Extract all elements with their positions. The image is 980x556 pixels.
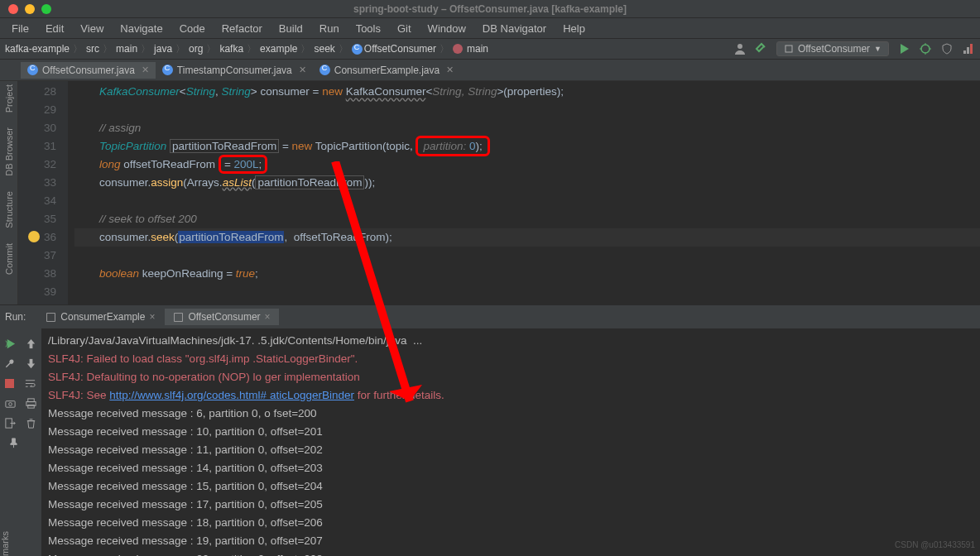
menu-git[interactable]: Git xyxy=(391,21,418,36)
menu-code[interactable]: Code xyxy=(173,21,212,36)
console-output[interactable]: /Library/Java/JavaVirtualMachines/jdk-17… xyxy=(41,328,980,556)
code-line[interactable]: consumer.seek(partitionToReadFrom, offse… xyxy=(74,228,980,247)
profiler-icon[interactable] xyxy=(962,42,975,55)
menu-db-navigator[interactable]: DB Navigator xyxy=(476,21,553,36)
breadcrumb-item[interactable]: example xyxy=(260,43,297,55)
coverage-icon[interactable] xyxy=(940,42,954,55)
watermark: CSDN @u013433591 xyxy=(895,540,975,549)
wrench-icon[interactable] xyxy=(4,357,17,370)
code-line[interactable]: // seek to offset 200 xyxy=(74,210,980,228)
code-line[interactable] xyxy=(74,101,980,119)
breadcrumb[interactable]: kafka-example〉src〉main〉java〉org〉kafka〉ex… xyxy=(5,42,488,56)
run-tab-consumerexample[interactable]: ConsumerExample × xyxy=(37,309,163,325)
close-icon[interactable]: × xyxy=(265,311,271,323)
menu-window[interactable]: Window xyxy=(421,21,473,36)
console-line: SLF4J: Failed to load class "org.slf4j.i… xyxy=(48,350,973,368)
maximize-window-icon[interactable] xyxy=(41,4,51,14)
menu-help[interactable]: Help xyxy=(556,21,592,36)
svg-rect-9 xyxy=(30,358,33,364)
line-number[interactable]: 35 xyxy=(18,210,56,228)
line-number[interactable]: 33 xyxy=(18,174,56,192)
tool-commit[interactable]: Commit xyxy=(4,243,14,275)
hammer-icon[interactable] xyxy=(755,42,768,55)
wrap-icon[interactable] xyxy=(24,377,36,390)
code-line[interactable]: TopicPartition partitionToReadFrom = new… xyxy=(74,137,980,156)
code-line[interactable]: KafkaConsumer<String, String> consumer =… xyxy=(74,83,980,101)
editor-tabs: OffsetConsumer.java✕TimestampConsumer.ja… xyxy=(0,60,980,81)
code-line[interactable]: consumer.assign(Arrays.asList(partitionT… xyxy=(74,174,980,192)
svg-rect-7 xyxy=(175,313,183,321)
menu-refactor[interactable]: Refactor xyxy=(215,21,269,36)
user-icon[interactable] xyxy=(733,42,747,55)
code-line[interactable] xyxy=(74,283,980,301)
pin-icon[interactable] xyxy=(7,437,20,449)
tool-db-browser[interactable]: DB Browser xyxy=(4,127,14,176)
console-line: Message received message : 10, partition… xyxy=(48,423,973,441)
breadcrumb-item[interactable]: java xyxy=(154,43,172,55)
run-config-selector[interactable]: OffsetConsumer ▼ xyxy=(776,41,889,56)
tool-project[interactable]: Project xyxy=(4,84,14,113)
menu-navigate[interactable]: Navigate xyxy=(113,21,169,36)
menu-edit[interactable]: Edit xyxy=(39,21,70,36)
breadcrumb-item[interactable]: src xyxy=(86,43,99,55)
line-number[interactable]: 28 xyxy=(18,83,56,101)
line-number[interactable]: 31 xyxy=(18,137,56,156)
run-label: Run: xyxy=(5,311,26,323)
close-icon[interactable]: ✕ xyxy=(446,65,454,75)
tab-consumerexample-java[interactable]: ConsumerExample.java✕ xyxy=(313,62,460,79)
rerun-icon[interactable] xyxy=(4,338,17,350)
menu-view[interactable]: View xyxy=(74,21,110,36)
svg-rect-1 xyxy=(785,46,792,52)
console-link[interactable]: http://www.slf4j.org/codes.html# aticLog… xyxy=(109,389,354,401)
exit-icon[interactable] xyxy=(4,417,17,429)
lightbulb-icon[interactable] xyxy=(28,231,40,242)
tool-structure[interactable]: Structure xyxy=(4,191,14,228)
code-line[interactable]: long offsetToReadFrom = 200L; xyxy=(74,156,980,174)
code-line[interactable] xyxy=(74,192,980,210)
breadcrumb-item[interactable]: kafka-example xyxy=(5,43,70,55)
menu-tools[interactable]: Tools xyxy=(349,21,387,36)
run-config-label: OffsetConsumer xyxy=(798,43,870,55)
tab-offsetconsumer-java[interactable]: OffsetConsumer.java✕ xyxy=(21,62,156,79)
stop-icon[interactable] xyxy=(5,379,14,388)
line-number[interactable]: 29 xyxy=(18,101,56,119)
bookmarks-tool[interactable]: marks xyxy=(0,531,10,556)
breadcrumb-item[interactable]: main xyxy=(467,43,488,55)
close-window-icon[interactable] xyxy=(8,4,18,14)
line-number[interactable]: 32 xyxy=(18,156,56,174)
trash-icon[interactable] xyxy=(25,417,37,429)
print-icon[interactable] xyxy=(25,397,37,410)
menu-build[interactable]: Build xyxy=(272,21,310,36)
line-number[interactable]: 39 xyxy=(18,283,56,301)
line-number[interactable]: 30 xyxy=(18,119,56,137)
code-line[interactable] xyxy=(74,247,980,265)
close-icon[interactable]: ✕ xyxy=(142,65,149,75)
minimize-window-icon[interactable] xyxy=(25,4,35,14)
line-number[interactable]: 37 xyxy=(18,247,56,265)
code-area[interactable]: KafkaConsumer<String, String> consumer =… xyxy=(68,81,980,304)
down-icon[interactable] xyxy=(25,357,37,370)
debug-icon[interactable] xyxy=(919,42,932,55)
code-editor[interactable]: 282930313233343536373839 KafkaConsumer<S… xyxy=(18,81,980,304)
breadcrumb-item[interactable]: seek xyxy=(314,43,334,55)
line-number[interactable]: 34 xyxy=(18,192,56,210)
run-tab-offsetconsumer[interactable]: OffsetConsumer × xyxy=(165,309,278,325)
breadcrumb-item[interactable]: org xyxy=(189,43,203,55)
line-number[interactable]: 38 xyxy=(18,265,56,283)
breadcrumb-item[interactable]: kafka xyxy=(219,43,243,55)
up-icon[interactable] xyxy=(25,338,37,350)
breadcrumb-item[interactable]: main xyxy=(116,43,137,55)
breadcrumb-sep: 〉 xyxy=(440,42,449,56)
run-icon[interactable] xyxy=(897,42,910,55)
menu-file[interactable]: File xyxy=(5,21,36,36)
code-line[interactable]: // assign xyxy=(74,119,980,137)
close-icon[interactable]: × xyxy=(149,311,155,323)
breadcrumb-item[interactable]: OffsetConsumer xyxy=(364,43,436,55)
camera-icon[interactable] xyxy=(4,397,17,410)
tab-timestampconsumer-java[interactable]: TimestampConsumer.java✕ xyxy=(156,62,313,79)
close-icon[interactable]: ✕ xyxy=(299,65,306,75)
code-line[interactable]: boolean keepOnReading = true; xyxy=(74,265,980,283)
java-file-icon xyxy=(162,65,173,75)
menu-run[interactable]: Run xyxy=(313,21,346,36)
console-line: Message received message : 18, partition… xyxy=(48,514,973,532)
